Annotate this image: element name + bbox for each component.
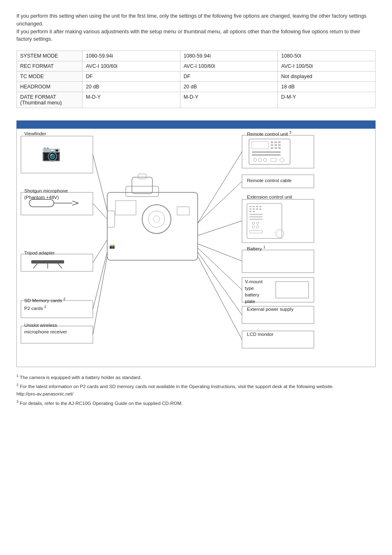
viewfinder-label: Viewfinder <box>24 131 46 136</box>
table-cell: AVC-I 100/60i <box>180 61 278 72</box>
ext-power-label: External power supply <box>247 307 293 312</box>
svg-rect-16 <box>249 139 290 164</box>
svg-rect-24 <box>271 147 273 149</box>
svg-line-67 <box>198 256 242 340</box>
svg-point-52 <box>252 226 255 228</box>
svg-rect-79 <box>177 207 189 215</box>
svg-line-68 <box>93 155 107 211</box>
table-cell: Not displayed <box>278 72 376 82</box>
svg-rect-44 <box>259 208 261 210</box>
footnote-item: 3 For details, refer to the AJ-RC10G Ope… <box>16 399 376 407</box>
table-cell: SYSTEM MODE <box>17 51 83 61</box>
unislot-label: Unislot wirelessmicrophone receiver <box>24 322 67 335</box>
svg-rect-81 <box>132 177 152 194</box>
svg-point-29 <box>254 158 257 162</box>
table-cell: AVC-I 100/50i <box>278 61 376 72</box>
sd-cards-label: SD Memory cards 2P2 cards 2 <box>24 296 65 312</box>
svg-rect-41 <box>249 208 251 210</box>
svg-rect-82 <box>138 174 146 179</box>
intro-text: If you perform this setting when using t… <box>16 12 376 43</box>
table-cell: 20 dB <box>83 82 180 92</box>
svg-rect-45 <box>249 211 251 212</box>
table-cell: HEADROOM <box>17 82 83 92</box>
svg-rect-27 <box>252 151 281 153</box>
svg-rect-22 <box>274 144 277 146</box>
svg-rect-19 <box>274 141 277 143</box>
svg-rect-58 <box>276 282 309 298</box>
svg-rect-25 <box>274 147 277 149</box>
diagram-container: 📷 📸 <box>16 129 376 367</box>
footnotes: 1 The camera is equipped with a battery … <box>16 373 376 407</box>
svg-rect-56 <box>242 250 314 273</box>
svg-line-63 <box>198 221 242 236</box>
table-cell: 1080-50i <box>278 51 376 61</box>
footnote-item: 1 The camera is equipped with a battery … <box>16 373 376 381</box>
svg-rect-7 <box>21 254 93 271</box>
svg-rect-35 <box>242 199 314 243</box>
svg-rect-32 <box>271 158 277 162</box>
table-cell: AVC-I 100/60i <box>83 61 180 72</box>
svg-point-30 <box>258 158 262 162</box>
svg-line-6 <box>72 203 78 205</box>
svg-point-51 <box>256 222 259 224</box>
table-cell: DF <box>83 72 180 82</box>
svg-rect-75 <box>115 201 136 215</box>
svg-rect-21 <box>271 144 273 146</box>
svg-rect-39 <box>256 206 258 207</box>
table-cell: 1080-59.94i <box>180 51 278 61</box>
settings-table: SYSTEM MODE1080-59.94i1080-59.94i1080-50… <box>16 51 376 108</box>
table-cell: REC FORMAT <box>17 61 83 72</box>
svg-point-76 <box>142 205 171 234</box>
tripod-label: Tripod adapter <box>24 250 55 255</box>
table-cell: M-D-Y <box>180 92 278 108</box>
table-cell: TC MODE <box>17 72 83 82</box>
svg-line-65 <box>198 248 242 290</box>
svg-line-72 <box>93 256 107 335</box>
svg-rect-49 <box>249 219 263 220</box>
diagram-lines: 📷 📸 <box>17 129 375 367</box>
svg-rect-0 <box>21 136 93 173</box>
svg-rect-38 <box>253 206 255 207</box>
svg-rect-37 <box>249 206 251 207</box>
svg-rect-80 <box>107 211 115 227</box>
svg-point-78 <box>153 216 160 222</box>
table-cell: 20 dB <box>180 82 278 92</box>
svg-rect-36 <box>247 204 282 238</box>
svg-rect-15 <box>242 135 314 168</box>
svg-rect-48 <box>249 216 263 217</box>
table-cell: M-D-Y <box>83 92 180 108</box>
svg-rect-18 <box>271 141 273 143</box>
svg-point-77 <box>148 211 165 227</box>
svg-line-70 <box>93 240 107 263</box>
svg-rect-23 <box>278 144 281 146</box>
svg-point-50 <box>252 222 255 224</box>
footnote-item: 2 For the latest information on P2 cards… <box>16 382 376 398</box>
svg-line-69 <box>93 204 107 219</box>
svg-line-61 <box>198 152 242 223</box>
shotgun-mic-label: Shotgun microphone(Phantom +48V) <box>24 187 68 201</box>
svg-rect-47 <box>249 214 263 215</box>
svg-rect-54 <box>249 231 263 233</box>
svg-rect-17 <box>252 141 268 149</box>
svg-rect-40 <box>259 206 261 207</box>
svg-rect-46 <box>253 211 255 212</box>
table-cell: 1080-59.94i <box>83 51 180 61</box>
lcd-monitor-label: LCD monitor <box>247 332 274 337</box>
svg-text:📷: 📷 <box>42 143 61 162</box>
table-cell: DATE FORMAT(Thumbnail menu) <box>17 92 83 108</box>
svg-point-53 <box>256 226 259 228</box>
vmount-label: V-mounttypebatteryplate <box>245 278 263 305</box>
svg-rect-43 <box>256 208 258 210</box>
svg-line-9 <box>33 264 37 268</box>
svg-line-62 <box>198 181 242 223</box>
svg-point-33 <box>280 158 284 162</box>
svg-line-64 <box>198 244 242 261</box>
svg-rect-26 <box>278 147 281 149</box>
svg-rect-8 <box>31 260 64 264</box>
section-title <box>16 120 376 129</box>
svg-line-71 <box>93 252 107 309</box>
svg-text:📸: 📸 <box>109 243 115 249</box>
extension-unit-label: Extension control unit <box>247 194 292 199</box>
svg-point-55 <box>276 229 284 238</box>
svg-point-31 <box>263 158 267 162</box>
